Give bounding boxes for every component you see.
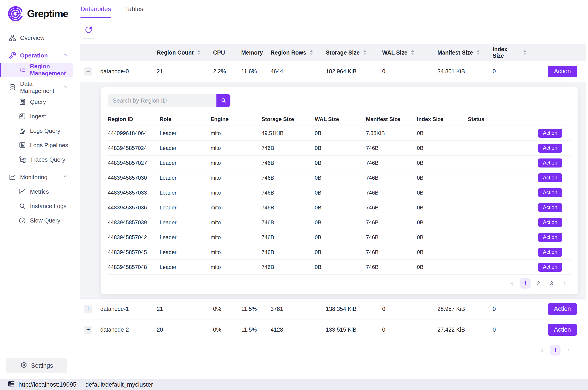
sidebar-item-instance-logs[interactable]: Instance Logs: [0, 199, 73, 213]
collapse-button[interactable]: −: [84, 67, 92, 76]
brand-logo: Greptime: [0, 0, 73, 25]
action-button[interactable]: Action: [538, 203, 562, 212]
sort-icon[interactable]: [411, 50, 414, 55]
column-header-manifest-size[interactable]: Manifest Size: [437, 49, 493, 56]
action-button[interactable]: Action: [538, 158, 562, 167]
action-button[interactable]: Action: [548, 66, 577, 77]
action-button[interactable]: Action: [538, 263, 562, 272]
sidebar-item-query[interactable]: Query: [0, 95, 73, 109]
chevron-up-icon[interactable]: [62, 84, 69, 92]
sidebar-item-ingest[interactable]: Ingest: [0, 109, 73, 124]
pagination-page-1[interactable]: 1: [520, 278, 531, 289]
search-icon: [220, 97, 227, 104]
action-button[interactable]: Action: [548, 303, 577, 315]
chevron-right-icon: [565, 347, 571, 353]
action-button[interactable]: Action: [538, 129, 562, 138]
sidebar-item-slow-query[interactable]: Slow Query: [0, 213, 73, 228]
pagination-prev-icon[interactable]: [507, 278, 517, 289]
pagination-prev-icon[interactable]: [537, 345, 547, 355]
cell-manifest-size: 746B: [366, 175, 417, 181]
column-header-storage-size[interactable]: Storage Size: [326, 49, 382, 56]
sidebar-item-logs-pipelines[interactable]: Logs Pipelines: [0, 138, 73, 152]
action-button[interactable]: Action: [538, 233, 562, 242]
cell-storage-size: 746B: [261, 204, 315, 211]
search-icon: [220, 97, 227, 103]
region-column-header-storage-size: Storage Size: [261, 116, 315, 122]
column-header-region-count[interactable]: Region Count: [157, 49, 213, 56]
cell-role: Leader: [160, 145, 211, 151]
sidebar-item-metrics[interactable]: Metrics: [0, 184, 73, 199]
sidebar-item-overview[interactable]: Overview: [0, 31, 73, 45]
tab-datanodes[interactable]: Datanodes: [81, 0, 111, 18]
settings-area: Settings: [0, 358, 73, 379]
pagination-page-1[interactable]: 1: [550, 345, 560, 355]
server-icon: [8, 380, 15, 388]
document-search-icon: [18, 98, 26, 106]
connection-host[interactable]: http://localhost:19095: [8, 380, 76, 389]
action-button[interactable]: Action: [538, 248, 562, 257]
cell-manifest-size: 746B: [366, 249, 417, 255]
refresh-icon: [84, 25, 93, 35]
action-button[interactable]: Action: [538, 173, 562, 182]
region-column-header-manifest-size: Manifest Size: [366, 116, 417, 122]
settings-button[interactable]: Settings: [6, 358, 67, 373]
gear-icon: [20, 361, 28, 370]
sort-icon[interactable]: [310, 50, 313, 55]
cell-wal-size: 0B: [315, 219, 366, 226]
sort-icon[interactable]: [197, 50, 200, 55]
cell-region-id: 4483945857039: [108, 219, 160, 226]
region-search-input[interactable]: [108, 94, 216, 107]
cluster-selector[interactable]: default/default_mycluster: [86, 381, 153, 388]
cell-region-count: 21: [157, 68, 213, 75]
sliders-icon: [18, 141, 26, 149]
pagination-next-icon[interactable]: [563, 345, 574, 355]
cell-role: Leader: [160, 219, 211, 226]
cell-manifest-size: 746B: [366, 219, 417, 226]
sort-icon[interactable]: [363, 50, 366, 55]
sidebar-item-label: Traces Query: [30, 156, 65, 163]
sidebar-item-traces-query[interactable]: Traces Query: [0, 152, 73, 167]
column-label: CPU: [213, 49, 225, 56]
chevron-up-icon[interactable]: [62, 173, 69, 181]
column-header-region-rows[interactable]: Region Rows: [271, 49, 326, 56]
action-cell: Action: [538, 144, 571, 153]
refresh-button[interactable]: [80, 22, 97, 39]
region-search-button[interactable]: [216, 94, 230, 107]
sort-icon[interactable]: [477, 50, 480, 55]
magnifier-icon: [18, 202, 26, 210]
pagination-next-icon[interactable]: [559, 278, 570, 289]
cell-index-size: 0B: [417, 264, 468, 270]
action-button[interactable]: Action: [538, 218, 562, 227]
cell-index-size: 0B: [417, 130, 468, 136]
region-branch-icon: [18, 66, 26, 74]
pagination-page-3[interactable]: 3: [546, 278, 557, 289]
sidebar-item-operation[interactable]: Operation: [0, 48, 73, 63]
pagination-page-2[interactable]: 2: [533, 278, 543, 289]
column-header-wal-size[interactable]: WAL Size: [382, 49, 437, 56]
cell-cpu: 0%: [213, 326, 241, 333]
cell-region-count: 21: [157, 306, 213, 312]
sidebar-item-monitoring[interactable]: Monitoring: [0, 170, 73, 184]
action-button[interactable]: Action: [538, 144, 562, 153]
cell-region-id: 4483945857048: [108, 264, 160, 270]
cell-storage-size: 746B: [261, 234, 315, 241]
tab-tables[interactable]: Tables: [125, 0, 143, 18]
region-row: 4483945857033Leadermito746B0B746B0BActio…: [108, 185, 571, 200]
sort-down-icon: [411, 53, 414, 55]
cell-storage-size: 133.515 KiB: [326, 326, 382, 333]
action-button[interactable]: Action: [548, 324, 577, 336]
region-table-body: 4440996184064Leadermito49.51KiB0B7.38KiB…: [108, 126, 571, 275]
sidebar-item-region-management[interactable]: Region Management: [0, 63, 73, 77]
cell-memory: 11.5%: [241, 306, 271, 312]
sidebar: Greptime OverviewOperationRegion Managem…: [0, 0, 73, 379]
sidebar-item-data-management[interactable]: Data Management: [0, 80, 73, 95]
chevron-up-icon[interactable]: [62, 52, 69, 59]
cell-region-rows: 4128: [271, 326, 326, 333]
sort-icon[interactable]: [523, 50, 527, 55]
column-header-index-size[interactable]: Index Size: [493, 46, 527, 59]
expand-button[interactable]: +: [84, 326, 92, 334]
region-column-header-region-id: Region ID: [108, 116, 160, 122]
sidebar-item-logs-query[interactable]: Logs Query: [0, 124, 73, 138]
action-button[interactable]: Action: [538, 188, 562, 197]
expand-button[interactable]: +: [84, 305, 92, 313]
